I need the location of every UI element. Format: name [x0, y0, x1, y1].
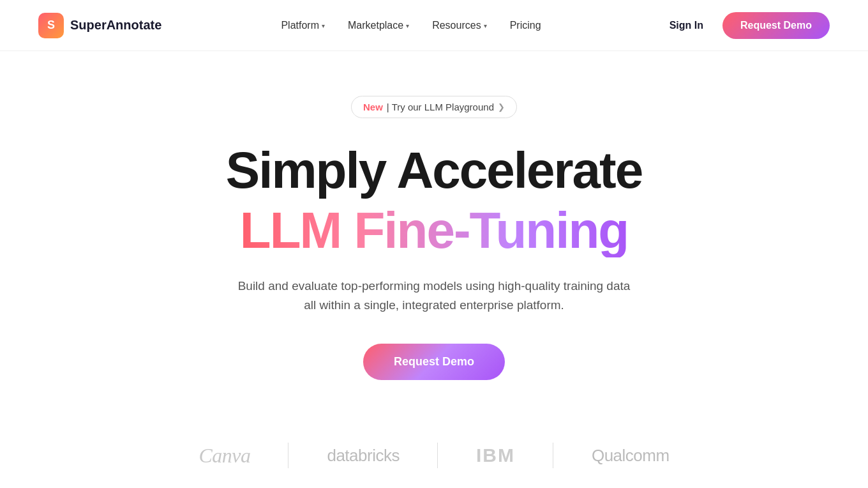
- nav-platform[interactable]: Platform ▾: [272, 15, 334, 36]
- nav-resources[interactable]: Resources ▾: [423, 15, 495, 36]
- brand-name: SuperAnnotate: [70, 18, 161, 33]
- partner-ibm: IBM: [438, 445, 553, 466]
- qualcomm-logo: Qualcomm: [592, 446, 670, 466]
- ibm-logo: IBM: [476, 445, 515, 466]
- hero-title-line1: Simply Accelerate: [226, 144, 642, 197]
- partners-section: Canva databricks IBM Qualcomm: [0, 425, 868, 487]
- new-badge[interactable]: New | Try our LLM Playground ❯: [351, 96, 517, 118]
- arrow-right-icon: ❯: [498, 102, 505, 112]
- nav-actions: Sign In Request Demo: [661, 12, 830, 39]
- hero-title-line2: LLM Fine-Tuning: [240, 204, 628, 257]
- hero-subtitle: Build and evaluate top-performing models…: [236, 277, 632, 316]
- chevron-down-icon: ▾: [406, 22, 409, 29]
- badge-new-label: New: [363, 102, 383, 112]
- logo-icon: S: [38, 13, 64, 38]
- partner-databricks: databricks: [288, 446, 438, 466]
- nav-pricing[interactable]: Pricing: [501, 15, 550, 36]
- chevron-down-icon: ▾: [322, 22, 325, 29]
- request-demo-hero-button[interactable]: Request Demo: [363, 344, 505, 380]
- chevron-down-icon: ▾: [484, 22, 487, 29]
- databricks-logo: databricks: [327, 446, 400, 466]
- partner-canva: Canva: [160, 444, 288, 468]
- nav-links: Platform ▾ Marketplace ▾ Resources ▾ Pri…: [272, 15, 550, 36]
- sign-in-button[interactable]: Sign In: [661, 15, 712, 36]
- canva-logo: Canva: [198, 444, 250, 468]
- nav-marketplace[interactable]: Marketplace ▾: [339, 15, 418, 36]
- request-demo-nav-button[interactable]: Request Demo: [722, 12, 830, 39]
- logo-letter: S: [47, 19, 55, 32]
- hero-section: New | Try our LLM Playground ❯ Simply Ac…: [0, 51, 868, 412]
- partner-qualcomm: Qualcomm: [553, 446, 708, 466]
- logo-link[interactable]: S SuperAnnotate: [38, 13, 161, 38]
- navbar: S SuperAnnotate Platform ▾ Marketplace ▾…: [0, 0, 868, 51]
- badge-text: | Try our LLM Playground: [387, 102, 494, 112]
